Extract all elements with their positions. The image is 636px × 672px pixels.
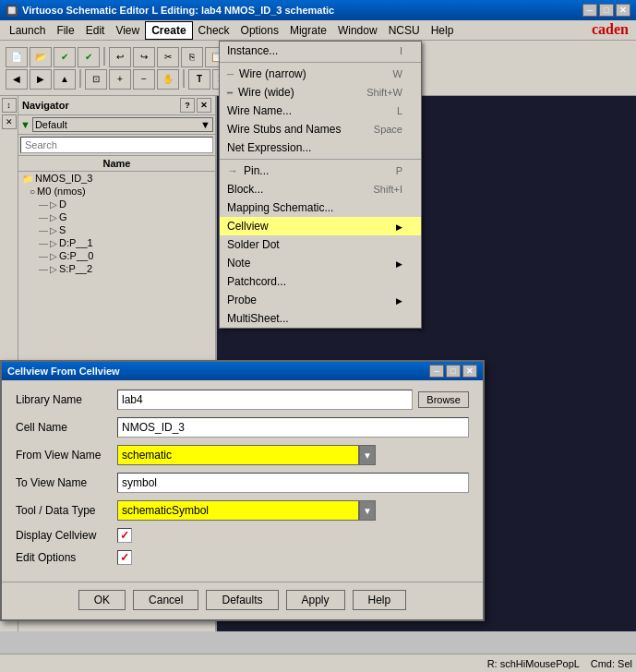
edit-options-checkbox[interactable]: ✓ (117, 550, 132, 565)
display-cellview-checkbox[interactable]: ✓ (117, 528, 132, 543)
menu-create[interactable]: Create (145, 21, 192, 40)
menu-item-block[interactable]: Block... Shift+I (220, 180, 421, 198)
tree-item-nmos[interactable]: 📁 NMOS_ID_3 (18, 172, 215, 185)
menu-item-mapping[interactable]: Mapping Schematic... (220, 198, 421, 217)
to-view-row: To View Name (16, 473, 469, 493)
zoom-fit-btn[interactable]: ⊡ (85, 69, 107, 90)
menu-view[interactable]: View (110, 22, 145, 39)
from-view-row: From View Name ▼ (16, 445, 469, 465)
nav-close-btn[interactable]: ✕ (197, 98, 211, 113)
dialog-title-bar: Cellview From Cellview ─ □ ✕ (2, 362, 483, 380)
status-mouse: R: schHiMousePopL (487, 658, 580, 669)
title-bar-icon: 🔲 (6, 5, 18, 17)
menu-bar: Launch File Edit View Create Check Optio… (0, 20, 636, 41)
to-view-input[interactable] (117, 473, 469, 493)
status-cmd: Cmd: Sel (591, 658, 632, 669)
cut-btn[interactable]: ✂ (157, 47, 179, 67)
probe-submenu-arrow (396, 294, 402, 306)
menu-item-note[interactable]: Note (220, 254, 421, 272)
minimize-button[interactable]: ─ (582, 4, 597, 17)
tree-item-dp1[interactable]: — ▷ D:P__1 (18, 236, 215, 249)
display-cellview-row: Display Cellview ✓ (16, 528, 469, 543)
navigator-header: Navigator ? ✕ (18, 96, 215, 115)
search-bar (18, 135, 215, 156)
from-view-arrow[interactable]: ▼ (359, 445, 376, 465)
sidebar-top-btn[interactable]: ↕ (2, 98, 17, 113)
menu-options[interactable]: Options (235, 22, 284, 39)
search-input[interactable] (20, 137, 213, 153)
status-bar: R: schHiMousePopL Cmd: Sel (0, 654, 636, 672)
up-btn[interactable]: ▲ (54, 69, 76, 90)
check-btn[interactable]: ✔ (78, 47, 100, 67)
text-btn[interactable]: T (188, 69, 210, 90)
nav-tree-header: Name (18, 156, 215, 172)
menu-launch[interactable]: Launch (4, 22, 51, 39)
tool-type-input[interactable] (117, 500, 359, 521)
tool-type-arrow[interactable]: ▼ (359, 500, 376, 521)
maximize-button[interactable]: □ (599, 4, 614, 17)
menu-ncsu[interactable]: NCSU (383, 22, 426, 39)
from-view-select: ▼ (117, 445, 376, 465)
note-submenu-arrow (396, 257, 402, 270)
menu-item-wire-name[interactable]: Wire Name... L (220, 102, 421, 120)
tree-item-m0[interactable]: ○ M0 (nmos) (18, 185, 215, 198)
menu-item-solder[interactable]: Solder Dot (220, 235, 421, 254)
dialog-content: Library Name Browse Cell Name From View … (2, 380, 483, 582)
menu-item-multisheet[interactable]: MultiSheet... (220, 309, 421, 328)
menu-edit[interactable]: Edit (80, 22, 111, 39)
defaults-button[interactable]: Defaults (206, 590, 278, 610)
open-btn[interactable]: 📂 (30, 47, 52, 67)
filter-arrow: ▼ (200, 119, 210, 130)
cellview-dialog: Cellview From Cellview ─ □ ✕ Library Nam… (0, 360, 485, 621)
dialog-maximize-btn[interactable]: □ (446, 365, 461, 378)
dialog-close-btn[interactable]: ✕ (462, 365, 477, 378)
dialog-buttons: OK Cancel Defaults Apply Help (2, 582, 483, 619)
copy-btn[interactable]: ⎘ (181, 47, 203, 67)
create-menu-dropdown: Instance... I ─ Wire (narrow) W ━ Wire (… (219, 41, 422, 329)
redo-btn[interactable]: ↪ (133, 47, 155, 67)
save-btn[interactable]: ✔ (54, 47, 76, 67)
tree-item-gp0[interactable]: — ▷ G:P__0 (18, 249, 215, 262)
menu-item-wire-stubs[interactable]: Wire Stubs and Names Space (220, 120, 421, 138)
back-btn[interactable]: ◀ (6, 69, 28, 90)
menu-item-probe[interactable]: Probe (220, 291, 421, 309)
from-view-input[interactable] (117, 445, 359, 465)
library-name-input[interactable] (117, 390, 413, 410)
tree-item-g[interactable]: — ▷ G (18, 210, 215, 223)
dialog-minimize-btn[interactable]: ─ (429, 365, 444, 378)
menu-window[interactable]: Window (332, 22, 383, 39)
menu-item-instance[interactable]: Instance... I (220, 42, 421, 60)
close-button[interactable]: ✕ (616, 4, 630, 17)
library-name-row: Library Name Browse (16, 390, 469, 410)
undo-btn[interactable]: ↩ (109, 47, 131, 67)
help-button[interactable]: Help (353, 590, 407, 610)
dialog-overlay: Cellview From Cellview ─ □ ✕ Library Nam… (0, 360, 485, 621)
menu-item-net-expr[interactable]: Net Expression... (220, 138, 421, 157)
menu-item-wire-narrow[interactable]: ─ Wire (narrow) W (220, 65, 421, 83)
cell-name-input[interactable] (117, 417, 469, 438)
nav-help-btn[interactable]: ? (180, 98, 195, 113)
tree-item-sp2[interactable]: — ▷ S:P__2 (18, 262, 215, 275)
apply-button[interactable]: Apply (286, 590, 345, 610)
menu-file[interactable]: File (51, 22, 79, 39)
zoom-in-btn[interactable]: + (109, 69, 131, 90)
menu-item-patchcord[interactable]: Patchcord... (220, 272, 421, 291)
title-bar: 🔲 Virtuoso Schematic Editor L Editing: l… (0, 0, 636, 20)
browse-button[interactable]: Browse (418, 391, 469, 408)
menu-item-cellview[interactable]: Cellview (220, 217, 421, 235)
pan-btn[interactable]: ✋ (157, 69, 179, 90)
zoom-out-btn[interactable]: − (133, 69, 155, 90)
sidebar-close-btn[interactable]: ✕ (2, 114, 17, 129)
new-btn[interactable]: 📄 (6, 47, 28, 67)
menu-help[interactable]: Help (426, 22, 460, 39)
menu-item-wire-wide[interactable]: ━ Wire (wide) Shift+W (220, 83, 421, 102)
filter-dropdown[interactable]: Default ▼ (32, 117, 213, 132)
tree-item-d[interactable]: — ▷ D (18, 198, 215, 210)
cancel-button[interactable]: Cancel (133, 590, 198, 610)
ok-button[interactable]: OK (78, 590, 126, 610)
menu-migrate[interactable]: Migrate (284, 22, 332, 39)
menu-check[interactable]: Check (193, 22, 235, 39)
tree-item-s[interactable]: — ▷ S (18, 223, 215, 236)
menu-item-pin[interactable]: → Pin... P (220, 162, 421, 180)
fwd-btn[interactable]: ▶ (30, 69, 52, 90)
